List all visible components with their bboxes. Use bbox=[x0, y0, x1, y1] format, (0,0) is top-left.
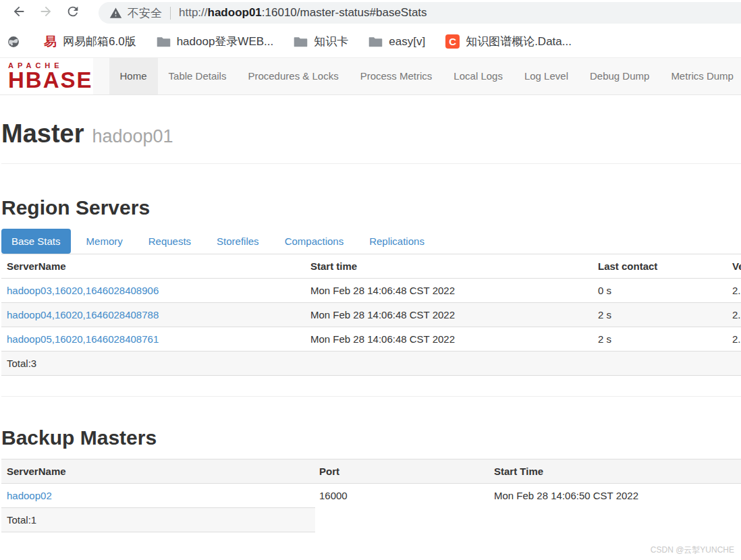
page-subtitle: hadoop01 bbox=[92, 126, 173, 146]
forward-button[interactable] bbox=[38, 5, 54, 21]
page-content: Masterhadoop01 Region Servers Base Stats… bbox=[0, 119, 741, 532]
tab-requests[interactable]: Requests bbox=[138, 229, 201, 254]
divider bbox=[1, 396, 741, 397]
header-last-contact: Last contact bbox=[593, 254, 727, 279]
table-row: hadoop02 16000 Mon Feb 28 14:06:50 CST 2… bbox=[1, 484, 741, 508]
bookmarks-bar: 易 网易邮箱6.0版 hadoop登录WEB... 知识卡 easy[v] C … bbox=[0, 26, 741, 57]
header-servername: ServerName bbox=[1, 459, 314, 484]
hbase-logo[interactable]: APACHE HBASE bbox=[0, 58, 93, 94]
region-servers-total: Total:3 bbox=[1, 352, 741, 376]
cell-version: 2.1 bbox=[727, 303, 741, 327]
tab-compactions[interactable]: Compactions bbox=[275, 229, 354, 254]
nav-item-home[interactable]: Home bbox=[109, 58, 158, 94]
backup-masters-total: Total:1 bbox=[1, 507, 315, 532]
bookmark-label: 网易邮箱6.0版 bbox=[63, 34, 136, 49]
url-separator bbox=[170, 7, 171, 20]
tab-memory[interactable]: Memory bbox=[76, 229, 133, 254]
nav-item-log-level[interactable]: Log Level bbox=[514, 58, 579, 94]
nav-item-local-logs[interactable]: Local Logs bbox=[443, 58, 514, 94]
nav-item-procedures-locks[interactable]: Procedures & Locks bbox=[237, 58, 349, 94]
bookmark-easy-folder[interactable]: easy[v] bbox=[368, 35, 425, 49]
cell-start-time: Mon Feb 28 14:06:48 CST 2022 bbox=[305, 327, 593, 352]
cell-start-time: Mon Feb 28 14:06:50 CST 2022 bbox=[489, 484, 741, 508]
section-heading-region-servers: Region Servers bbox=[1, 196, 741, 219]
cell-version: 2.1 bbox=[727, 279, 741, 303]
nav-item-process-metrics[interactable]: Process Metrics bbox=[350, 58, 443, 94]
bookmark-label: easy[v] bbox=[389, 35, 425, 49]
table-row: hadoop04,16020,1646028408788 Mon Feb 28 … bbox=[1, 303, 741, 327]
url-host: hadoop01 bbox=[208, 6, 262, 19]
bookmark-label: 知识图谱概论.Data... bbox=[466, 34, 572, 49]
nav-item-table-details[interactable]: Table Details bbox=[158, 58, 238, 94]
reload-icon bbox=[65, 4, 80, 22]
bookmark-csdn[interactable]: C 知识图谱概论.Data... bbox=[445, 34, 572, 49]
browser-toolbar: 不安全 http://hadoop01:16010/master-status#… bbox=[0, 0, 741, 26]
table-header-row: ServerName Start time Last contact Versi… bbox=[1, 254, 741, 279]
csdn-icon: C bbox=[445, 34, 460, 49]
cell-last-contact: 2 s bbox=[593, 327, 727, 352]
header-servername: ServerName bbox=[1, 254, 305, 279]
page-title-text: Master bbox=[1, 119, 84, 148]
region-servers-tabs: Base Stats Memory Requests Storefiles Co… bbox=[1, 229, 741, 254]
url-rest: :16010/master-status#baseStats bbox=[262, 6, 427, 19]
tab-storefiles[interactable]: Storefiles bbox=[207, 229, 269, 254]
region-servers-table: ServerName Start time Last contact Versi… bbox=[1, 254, 741, 376]
forward-icon bbox=[38, 4, 53, 22]
folder-icon bbox=[157, 36, 171, 47]
globe-icon bbox=[7, 35, 20, 49]
url-bar[interactable]: 不安全 http://hadoop01:16010/master-status#… bbox=[99, 2, 741, 24]
header-port: Port bbox=[314, 459, 489, 484]
folder-icon bbox=[368, 36, 383, 47]
cell-port: 16000 bbox=[314, 484, 489, 508]
server-link[interactable]: hadoop03,16020,1646028408906 bbox=[7, 285, 159, 296]
server-link[interactable]: hadoop02 bbox=[7, 490, 52, 501]
back-button[interactable] bbox=[11, 5, 27, 21]
nav-item-debug-dump[interactable]: Debug Dump bbox=[579, 58, 660, 94]
cell-last-contact: 2 s bbox=[593, 303, 727, 327]
reload-button[interactable] bbox=[65, 5, 81, 21]
url-prefix: http:// bbox=[179, 6, 208, 19]
watermark: CSDN @云掣YUNCHE bbox=[651, 544, 734, 556]
back-icon bbox=[11, 4, 26, 22]
nav-item-metrics-dump[interactable]: Metrics Dump bbox=[660, 58, 741, 94]
cell-start-time: Mon Feb 28 14:06:48 CST 2022 bbox=[305, 303, 593, 327]
header-version: Version bbox=[727, 254, 741, 279]
header-start-time: Start time bbox=[305, 254, 593, 279]
total-row: Total:3 bbox=[1, 352, 741, 376]
cell-version: 2.1 bbox=[727, 327, 741, 352]
table-row: hadoop05,16020,1646028408761 Mon Feb 28 … bbox=[1, 327, 741, 352]
warning-icon bbox=[109, 7, 122, 20]
url-text[interactable]: http://hadoop01:16010/master-status#base… bbox=[179, 6, 427, 20]
screenshot-root: 不安全 http://hadoop01:16010/master-status#… bbox=[0, 0, 741, 560]
cell-last-contact: 0 s bbox=[593, 279, 727, 303]
bookmark-label: hadoop登录WEB... bbox=[177, 34, 274, 49]
server-link[interactable]: hadoop05,16020,1646028408761 bbox=[7, 333, 159, 345]
netease-icon: 易 bbox=[44, 35, 57, 48]
bookmark-apps[interactable] bbox=[7, 35, 26, 49]
folder-icon bbox=[294, 36, 308, 47]
security-label[interactable]: 不安全 bbox=[128, 5, 162, 21]
backup-masters-table: ServerName Port Start Time hadoop02 1600… bbox=[1, 459, 741, 507]
tab-base-stats[interactable]: Base Stats bbox=[1, 229, 71, 254]
table-row: hadoop03,16020,1646028408906 Mon Feb 28 … bbox=[1, 279, 741, 303]
tab-replications[interactable]: Replications bbox=[359, 229, 435, 254]
main-nav: Home Table Details Procedures & Locks Pr… bbox=[109, 58, 741, 94]
server-link[interactable]: hadoop04,16020,1646028408788 bbox=[7, 309, 159, 320]
logo-hbase-text: HBASE bbox=[8, 70, 93, 90]
cell-start-time: Mon Feb 28 14:06:48 CST 2022 bbox=[305, 279, 593, 303]
divider bbox=[1, 163, 741, 164]
bookmark-netease[interactable]: 易 网易邮箱6.0版 bbox=[44, 34, 136, 49]
page-title: Masterhadoop01 bbox=[1, 119, 741, 148]
section-heading-backup-masters: Backup Masters bbox=[1, 426, 741, 449]
bookmark-zhishika-folder[interactable]: 知识卡 bbox=[294, 34, 348, 49]
bookmark-hadoop-folder[interactable]: hadoop登录WEB... bbox=[157, 34, 274, 49]
bookmark-label: 知识卡 bbox=[314, 34, 348, 49]
header-start-time: Start Time bbox=[489, 459, 741, 484]
hbase-navbar: APACHE HBASE Home Table Details Procedur… bbox=[0, 57, 741, 95]
table-header-row: ServerName Port Start Time bbox=[1, 459, 741, 484]
